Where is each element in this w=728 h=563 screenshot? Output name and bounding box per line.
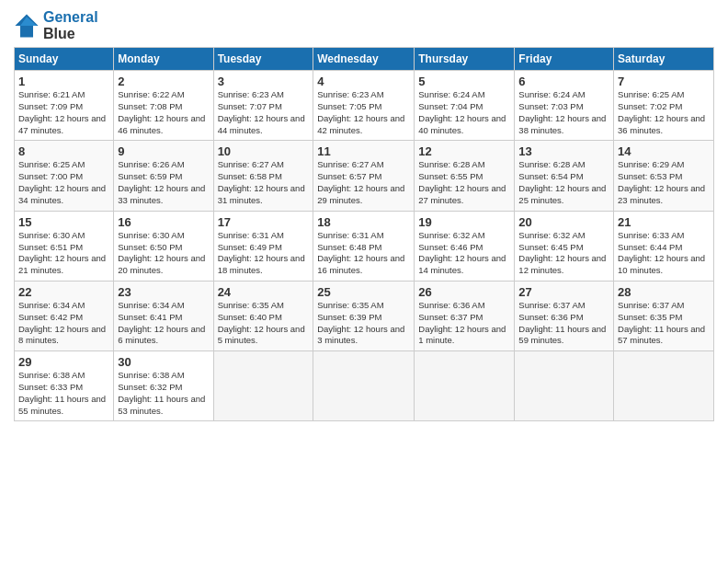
calendar-week-row: 8Sunrise: 6:25 AMSunset: 7:00 PMDaylight… [15, 141, 714, 211]
header: General Blue [14, 9, 714, 41]
day-number: 2 [118, 75, 209, 88]
day-info: Sunrise: 6:35 AMSunset: 6:39 PMDaylight:… [317, 300, 410, 347]
day-info: Sunrise: 6:27 AMSunset: 6:57 PMDaylight:… [317, 159, 410, 206]
calendar-cell: 3Sunrise: 6:23 AMSunset: 7:07 PMDaylight… [213, 71, 313, 141]
calendar-cell: 11Sunrise: 6:27 AMSunset: 6:57 PMDayligh… [313, 141, 415, 211]
day-number: 25 [317, 285, 410, 299]
day-number: 13 [518, 144, 609, 158]
day-number: 23 [118, 285, 209, 299]
calendar-cell [313, 351, 415, 421]
calendar-cell: 25Sunrise: 6:35 AMSunset: 6:39 PMDayligh… [313, 281, 415, 350]
day-number: 22 [18, 285, 109, 299]
calendar-cell: 2Sunrise: 6:22 AMSunset: 7:08 PMDaylight… [114, 71, 213, 141]
calendar-cell [614, 351, 714, 421]
day-info: Sunrise: 6:33 AMSunset: 6:44 PMDaylight:… [618, 230, 710, 277]
day-info: Sunrise: 6:30 AMSunset: 6:50 PMDaylight:… [118, 230, 209, 277]
day-info: Sunrise: 6:31 AMSunset: 6:49 PMDaylight:… [218, 230, 310, 277]
day-number: 9 [118, 144, 209, 158]
day-of-week-header: Thursday [415, 48, 515, 71]
day-number: 8 [18, 144, 109, 158]
day-info: Sunrise: 6:37 AMSunset: 6:35 PMDaylight:… [618, 300, 710, 347]
calendar-week-row: 15Sunrise: 6:30 AMSunset: 6:51 PMDayligh… [15, 211, 714, 281]
day-info: Sunrise: 6:36 AMSunset: 6:37 PMDaylight:… [418, 300, 510, 347]
day-number: 17 [218, 215, 310, 229]
calendar-cell: 28Sunrise: 6:37 AMSunset: 6:35 PMDayligh… [614, 281, 714, 350]
calendar-cell: 7Sunrise: 6:25 AMSunset: 7:02 PMDaylight… [614, 71, 714, 141]
calendar-cell: 18Sunrise: 6:31 AMSunset: 6:48 PMDayligh… [313, 211, 415, 281]
calendar-cell: 23Sunrise: 6:34 AMSunset: 6:41 PMDayligh… [114, 281, 213, 350]
calendar-cell: 22Sunrise: 6:34 AMSunset: 6:42 PMDayligh… [15, 281, 114, 350]
calendar-cell [415, 351, 515, 421]
day-number: 6 [518, 75, 609, 88]
calendar-cell: 4Sunrise: 6:23 AMSunset: 7:05 PMDaylight… [313, 71, 415, 141]
calendar-week-row: 22Sunrise: 6:34 AMSunset: 6:42 PMDayligh… [15, 281, 714, 350]
calendar-cell: 30Sunrise: 6:38 AMSunset: 6:32 PMDayligh… [114, 351, 213, 421]
day-info: Sunrise: 6:32 AMSunset: 6:46 PMDaylight:… [418, 230, 510, 277]
day-info: Sunrise: 6:26 AMSunset: 6:59 PMDaylight:… [118, 159, 209, 206]
day-number: 11 [317, 144, 410, 158]
day-of-week-header: Saturday [614, 48, 714, 71]
day-number: 30 [118, 355, 209, 369]
day-info: Sunrise: 6:37 AMSunset: 6:36 PMDaylight:… [518, 300, 609, 347]
day-info: Sunrise: 6:38 AMSunset: 6:33 PMDaylight:… [18, 370, 109, 417]
day-info: Sunrise: 6:31 AMSunset: 6:48 PMDaylight:… [317, 230, 410, 277]
logo-icon [14, 13, 40, 39]
day-info: Sunrise: 6:21 AMSunset: 7:09 PMDaylight:… [18, 89, 109, 136]
day-number: 15 [18, 215, 109, 229]
day-info: Sunrise: 6:27 AMSunset: 6:58 PMDaylight:… [218, 159, 310, 206]
day-number: 28 [618, 285, 710, 299]
day-number: 24 [218, 285, 310, 299]
calendar-cell: 20Sunrise: 6:32 AMSunset: 6:45 PMDayligh… [515, 211, 614, 281]
calendar-week-row: 29Sunrise: 6:38 AMSunset: 6:33 PMDayligh… [15, 351, 714, 421]
calendar-cell: 8Sunrise: 6:25 AMSunset: 7:00 PMDaylight… [15, 141, 114, 211]
day-info: Sunrise: 6:28 AMSunset: 6:55 PMDaylight:… [418, 159, 510, 206]
calendar-cell: 13Sunrise: 6:28 AMSunset: 6:54 PMDayligh… [515, 141, 614, 211]
logo-text: General Blue [43, 9, 98, 41]
calendar-cell: 16Sunrise: 6:30 AMSunset: 6:50 PMDayligh… [114, 211, 213, 281]
day-number: 16 [118, 215, 209, 229]
calendar-table: SundayMondayTuesdayWednesdayThursdayFrid… [14, 47, 714, 421]
calendar-cell: 14Sunrise: 6:29 AMSunset: 6:53 PMDayligh… [614, 141, 714, 211]
day-number: 14 [618, 144, 710, 158]
calendar-body: 1Sunrise: 6:21 AMSunset: 7:09 PMDaylight… [15, 71, 714, 421]
calendar-week-row: 1Sunrise: 6:21 AMSunset: 7:09 PMDaylight… [15, 71, 714, 141]
day-info: Sunrise: 6:28 AMSunset: 6:54 PMDaylight:… [518, 159, 609, 206]
day-info: Sunrise: 6:23 AMSunset: 7:05 PMDaylight:… [317, 89, 410, 136]
day-info: Sunrise: 6:32 AMSunset: 6:45 PMDaylight:… [518, 230, 609, 277]
calendar-cell [213, 351, 313, 421]
day-number: 26 [418, 285, 510, 299]
day-of-week-header: Monday [114, 48, 213, 71]
calendar-cell: 12Sunrise: 6:28 AMSunset: 6:55 PMDayligh… [415, 141, 515, 211]
day-number: 21 [618, 215, 710, 229]
calendar-cell: 6Sunrise: 6:24 AMSunset: 7:03 PMDaylight… [515, 71, 614, 141]
day-of-week-header: Wednesday [313, 48, 415, 71]
day-number: 19 [418, 215, 510, 229]
calendar-cell: 29Sunrise: 6:38 AMSunset: 6:33 PMDayligh… [15, 351, 114, 421]
day-info: Sunrise: 6:24 AMSunset: 7:04 PMDaylight:… [418, 89, 510, 136]
calendar-cell: 9Sunrise: 6:26 AMSunset: 6:59 PMDaylight… [114, 141, 213, 211]
day-info: Sunrise: 6:35 AMSunset: 6:40 PMDaylight:… [218, 300, 310, 347]
day-of-week-header: Sunday [15, 48, 114, 71]
day-number: 4 [317, 75, 410, 88]
day-info: Sunrise: 6:22 AMSunset: 7:08 PMDaylight:… [118, 89, 209, 136]
day-number: 7 [618, 75, 710, 88]
day-number: 10 [218, 144, 310, 158]
day-info: Sunrise: 6:25 AMSunset: 7:00 PMDaylight:… [18, 159, 109, 206]
calendar-cell: 27Sunrise: 6:37 AMSunset: 6:36 PMDayligh… [515, 281, 614, 350]
day-info: Sunrise: 6:29 AMSunset: 6:53 PMDaylight:… [618, 159, 710, 206]
day-number: 12 [418, 144, 510, 158]
logo: General Blue [14, 9, 98, 41]
day-info: Sunrise: 6:30 AMSunset: 6:51 PMDaylight:… [18, 230, 109, 277]
calendar-cell: 19Sunrise: 6:32 AMSunset: 6:46 PMDayligh… [415, 211, 515, 281]
main-container: General Blue SundayMondayTuesdayWednesda… [0, 0, 728, 431]
day-number: 3 [218, 75, 310, 88]
day-info: Sunrise: 6:34 AMSunset: 6:42 PMDaylight:… [18, 300, 109, 347]
calendar-cell: 24Sunrise: 6:35 AMSunset: 6:40 PMDayligh… [213, 281, 313, 350]
day-number: 20 [518, 215, 609, 229]
day-number: 27 [518, 285, 609, 299]
day-info: Sunrise: 6:25 AMSunset: 7:02 PMDaylight:… [618, 89, 710, 136]
calendar-cell: 5Sunrise: 6:24 AMSunset: 7:04 PMDaylight… [415, 71, 515, 141]
day-of-week-header: Tuesday [213, 48, 313, 71]
calendar-cell: 1Sunrise: 6:21 AMSunset: 7:09 PMDaylight… [15, 71, 114, 141]
day-of-week-header: Friday [515, 48, 614, 71]
